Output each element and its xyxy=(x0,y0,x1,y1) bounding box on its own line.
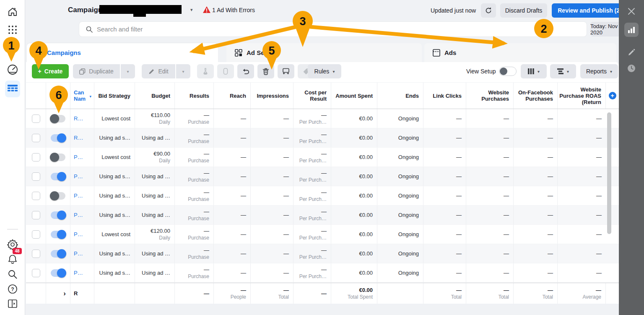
cell-on-facebook-purchases: — xyxy=(514,128,558,147)
toggle-knob xyxy=(57,249,66,258)
column-header-cost-per-result[interactable]: Cost per Result xyxy=(293,83,331,109)
row-checkbox[interactable] xyxy=(32,211,40,219)
column-header-amount-spent[interactable]: Amount Spent xyxy=(331,83,377,109)
column-header-ends[interactable]: Ends xyxy=(377,83,423,109)
history-clock-icon[interactable] xyxy=(624,61,639,75)
help-icon[interactable]: ? xyxy=(0,283,25,295)
row-checkbox[interactable] xyxy=(32,192,40,200)
ab-test-flask-button[interactable] xyxy=(197,64,214,78)
column-header-budget[interactable]: Budget xyxy=(135,83,175,109)
cell-reach: — xyxy=(214,148,251,167)
tab-ad-sets[interactable]: Ad Sets xyxy=(226,43,422,62)
duplicate-button[interactable]: Duplicate xyxy=(73,64,120,78)
cell-link-clicks: — xyxy=(423,148,466,167)
cell-on-facebook-purchases: — xyxy=(514,167,558,186)
column-header-website-purchase-roas[interactable]: Website Purchase ROAS (Return xyxy=(558,83,606,109)
export-import-button[interactable] xyxy=(278,64,294,78)
account-dropdown-caret[interactable]: ▾ xyxy=(190,7,193,13)
row-checkbox[interactable] xyxy=(32,269,40,277)
tab-campaigns[interactable]: Campaigns xyxy=(27,43,218,62)
campaign-toggle[interactable] xyxy=(51,250,65,258)
performance-chart-icon[interactable] xyxy=(624,23,639,37)
row-checkbox[interactable] xyxy=(32,230,40,239)
campaign-toggle[interactable] xyxy=(51,115,65,122)
close-icon[interactable] xyxy=(624,4,639,18)
campaign-name-link[interactable]: R… xyxy=(74,115,83,122)
row-checkbox[interactable] xyxy=(32,250,40,258)
undo-button[interactable] xyxy=(237,64,254,78)
campaign-name-cell: P… xyxy=(70,186,94,205)
search-input[interactable] xyxy=(97,26,587,33)
reports-dropdown[interactable]: Reports ▾ xyxy=(580,64,618,78)
column-header-on-facebook-purchases[interactable]: On-Facebook Purchases xyxy=(514,83,558,109)
campaign-name-link[interactable]: P… xyxy=(74,193,83,199)
cell-budget: Using ad … xyxy=(135,128,175,147)
columns-dropdown[interactable]: ▾ xyxy=(521,64,547,78)
add-column-button[interactable]: + xyxy=(609,92,616,99)
cell-cost-per-result: —Per Purch… xyxy=(293,167,331,186)
campaign-name-link[interactable]: P… xyxy=(74,173,83,180)
tab-ads[interactable]: Ads xyxy=(424,43,616,62)
column-header-impressions[interactable]: Impressions xyxy=(251,83,293,109)
campaign-toggle[interactable] xyxy=(51,134,65,142)
row-checkbox[interactable] xyxy=(32,134,40,142)
campaign-name-link[interactable]: P… xyxy=(74,270,83,276)
campaign-name-link[interactable]: P… xyxy=(74,250,83,257)
breakdown-dropdown[interactable]: ▾ xyxy=(550,64,576,78)
review-and-publish-button[interactable]: Review and Publish (2) xyxy=(552,3,628,18)
search-nav-icon[interactable] xyxy=(0,268,25,280)
collapse-panel-icon[interactable] xyxy=(0,298,25,310)
search-bar[interactable] xyxy=(79,21,587,37)
duplicate-caret-button[interactable]: ▾ xyxy=(121,64,135,78)
column-header-website-purchases[interactable]: Website Purchases xyxy=(466,83,514,109)
notifications-bell-icon[interactable] xyxy=(0,253,25,265)
cell-on-facebook-purchases: — xyxy=(514,109,558,128)
chevron-down-icon: ▾ xyxy=(332,69,335,74)
column-header-results[interactable]: Results xyxy=(175,83,214,109)
home-icon[interactable] xyxy=(0,6,25,18)
campaign-toggle[interactable] xyxy=(51,173,65,180)
summary-expander[interactable]: › xyxy=(63,291,66,297)
cell-bid-strategy: Using ad s… xyxy=(94,167,135,186)
row-checkbox[interactable] xyxy=(32,115,40,123)
row-checkbox[interactable] xyxy=(32,153,40,161)
campaign-toggle[interactable] xyxy=(51,192,65,200)
cell-impressions: — xyxy=(251,128,293,147)
cell-website-purchases: — xyxy=(466,148,514,167)
campaign-toggle[interactable] xyxy=(51,154,65,161)
edit-caret-button[interactable]: ▾ xyxy=(176,64,190,78)
edit-pencil-icon[interactable] xyxy=(624,45,639,60)
column-header-reach[interactable]: Reach xyxy=(214,83,251,109)
campaign-toggle[interactable] xyxy=(51,269,65,277)
cell-link-clicks: — xyxy=(423,206,466,224)
status-cell xyxy=(46,167,70,186)
discard-drafts-button[interactable]: Discard Drafts xyxy=(500,3,547,18)
view-setup-toggle[interactable] xyxy=(499,67,517,76)
vertical-scrollbar[interactable] xyxy=(607,112,611,234)
column-header-link-clicks[interactable]: Link Clicks xyxy=(423,83,466,109)
row-checkbox[interactable] xyxy=(32,172,40,181)
cell-bid-strategy: Using ad s… xyxy=(94,244,135,263)
campaign-name-link[interactable]: P… xyxy=(74,231,83,237)
table-row: P…Using ad s…Using ad …—Purchase———Per P… xyxy=(26,244,619,263)
column-header-campaign-name[interactable]: Can Nam▾ xyxy=(70,83,94,109)
pin-button[interactable] xyxy=(217,64,234,78)
refresh-button[interactable] xyxy=(481,3,496,18)
delete-trash-button[interactable] xyxy=(257,64,274,78)
campaign-toggle[interactable] xyxy=(51,211,65,219)
cell-on-facebook-purchases: — xyxy=(514,263,558,282)
campaign-name-link[interactable]: R… xyxy=(74,135,83,141)
edit-button[interactable]: Edit xyxy=(142,64,175,78)
cell-website-purchases: — xyxy=(466,128,514,147)
rules-dropdown[interactable]: Rules ▾ xyxy=(308,64,341,78)
campaign-toggle[interactable] xyxy=(51,231,65,238)
campaign-name-link[interactable]: P… xyxy=(74,154,83,160)
cell-website-purchases: — xyxy=(466,206,514,224)
campaign-name-link[interactable]: P… xyxy=(74,212,83,218)
ads-manager-gauge-icon[interactable] xyxy=(0,64,25,75)
create-button[interactable]: + Create xyxy=(32,64,69,78)
apps-grid-icon[interactable] xyxy=(0,24,25,35)
summary-bid-strategy xyxy=(94,283,135,304)
column-header-bid-strategy[interactable]: Bid Strategy xyxy=(94,83,135,109)
campaigns-table-icon[interactable] xyxy=(0,83,25,95)
